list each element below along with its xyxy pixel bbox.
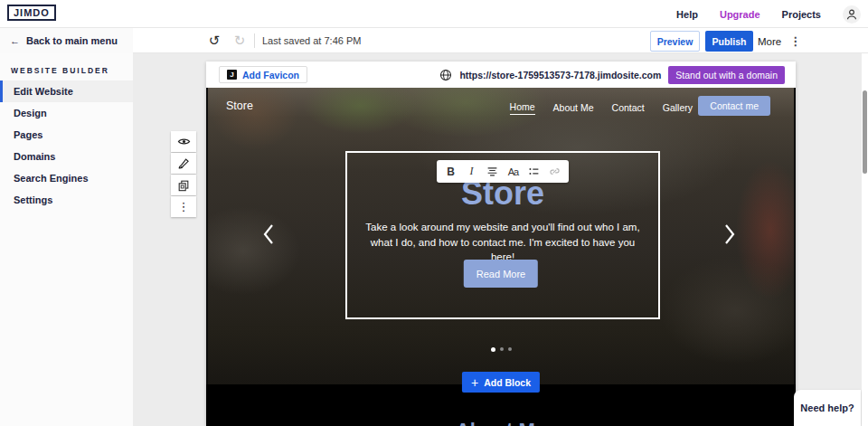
sidebar-item-settings[interactable]: Settings xyxy=(0,189,133,211)
help-link[interactable]: Help xyxy=(676,9,698,20)
favicon-placeholder-icon: J xyxy=(227,70,237,80)
add-favicon-label: Add Favicon xyxy=(242,70,299,80)
plus-icon: + xyxy=(471,376,478,389)
more-label: More xyxy=(758,36,781,47)
preview-button[interactable]: Preview xyxy=(650,31,700,52)
site-nav: Store Home About Me Contact Gallery Cont… xyxy=(208,88,794,128)
site-nav-links: Home About Me Contact Gallery xyxy=(510,88,693,128)
block-tools: ⋮ xyxy=(171,131,196,217)
carousel-dot[interactable] xyxy=(491,347,495,352)
site-canvas: J Add Favicon https://store-1759513573-7… xyxy=(206,62,796,426)
nav-link-home[interactable]: Home xyxy=(510,101,535,115)
sidebar-item-search-engines[interactable]: Search Engines xyxy=(0,167,133,189)
redo-icon: ↻ xyxy=(234,33,246,48)
hero-block: Store Home About Me Contact Gallery Cont… xyxy=(206,88,796,384)
align-center-icon xyxy=(486,166,498,177)
stand-out-domain-button[interactable]: Stand out with a domain xyxy=(668,66,785,84)
list-button[interactable] xyxy=(525,162,543,181)
sidebar-item-pages[interactable]: Pages xyxy=(0,124,133,146)
editor-toolbar-row: ← Back to main menu ↺ ↻ Last saved at 7:… xyxy=(0,28,868,53)
jimdo-editor-screen: JIMDO Help Upgrade Projects ← Back to ma… xyxy=(0,0,868,426)
carousel-prev-button[interactable] xyxy=(262,222,278,247)
duplicate-block-button[interactable] xyxy=(171,175,196,195)
undo-icon: ↺ xyxy=(209,33,221,48)
undo-button[interactable]: ↺ xyxy=(204,31,224,51)
account-avatar[interactable] xyxy=(843,5,861,24)
page-scrollbar xyxy=(862,53,868,426)
style-block-button[interactable] xyxy=(171,153,196,174)
hide-block-button[interactable] xyxy=(171,131,196,152)
globe-icon xyxy=(439,69,452,81)
text-format-toolbar: B I Aa xyxy=(437,160,569,183)
more-button[interactable]: More ⋮ xyxy=(758,31,801,52)
nav-link-gallery[interactable]: Gallery xyxy=(663,102,693,113)
bold-button[interactable]: B xyxy=(442,162,460,181)
chevron-right-icon xyxy=(723,223,740,245)
last-saved-status: Last saved at 7:46 PM xyxy=(262,35,361,46)
projects-link[interactable]: Projects xyxy=(782,9,821,20)
align-button[interactable] xyxy=(484,162,502,181)
sidebar-item-domains[interactable]: Domains xyxy=(0,146,133,167)
carousel-dots xyxy=(208,347,794,352)
nav-link-contact[interactable]: Contact xyxy=(612,102,645,113)
italic-button[interactable]: I xyxy=(463,162,481,181)
site-bar-right: https://store-1759513573-7178.jimdosite.… xyxy=(439,62,785,88)
upgrade-link[interactable]: Upgrade xyxy=(720,9,760,20)
sidebar-item-edit-website[interactable]: Edit Website xyxy=(0,80,133,102)
contact-me-button[interactable]: Contact me xyxy=(698,96,770,116)
builder-sidebar: WEBSITE BUILDER Edit Website Design Page… xyxy=(0,53,133,426)
back-to-main-menu-button[interactable]: ← Back to main menu xyxy=(0,28,133,53)
need-help-button[interactable]: Need help? xyxy=(794,390,861,426)
next-section-title: About Me xyxy=(206,419,796,426)
sidebar-section-label: WEBSITE BUILDER xyxy=(0,53,133,80)
copy-icon xyxy=(177,179,190,192)
font-size-button[interactable]: Aa xyxy=(505,162,523,181)
chevron-left-icon xyxy=(262,223,278,245)
link-icon xyxy=(549,166,561,177)
carousel-next-button[interactable] xyxy=(723,222,740,247)
user-icon xyxy=(845,8,858,21)
sidebar-item-design[interactable]: Design xyxy=(0,102,133,124)
nav-link-about-me[interactable]: About Me xyxy=(553,102,594,113)
toolbar-divider xyxy=(254,33,255,48)
hero-body-text[interactable]: Take a look around my website and you'll… xyxy=(363,220,642,265)
back-label: Back to main menu xyxy=(26,35,118,46)
publish-button[interactable]: Publish xyxy=(705,31,753,52)
site-brand[interactable]: Store xyxy=(226,99,253,112)
list-icon xyxy=(528,166,540,177)
paintbrush-icon xyxy=(177,157,190,170)
site-url-bar: J Add Favicon https://store-1759513573-7… xyxy=(206,62,796,88)
kebab-menu-icon: ⋮ xyxy=(178,200,190,213)
add-block-label: Add Block xyxy=(484,377,531,388)
scrollbar-thumb[interactable] xyxy=(863,90,867,174)
jimdo-logo: JIMDO xyxy=(7,5,56,21)
carousel-dot[interactable] xyxy=(500,347,504,351)
back-arrow-icon: ← xyxy=(10,35,20,46)
kebab-menu-icon: ⋮ xyxy=(789,34,801,48)
site-url[interactable]: https://store-1759513573-7178.jimdosite.… xyxy=(459,70,661,80)
add-favicon-button[interactable]: J Add Favicon xyxy=(219,66,307,83)
link-button[interactable] xyxy=(546,162,564,181)
redo-button[interactable]: ↻ xyxy=(230,31,250,51)
read-more-button[interactable]: Read More xyxy=(464,260,538,288)
header-nav: Help Upgrade Projects xyxy=(676,0,861,28)
carousel-dot[interactable] xyxy=(508,347,512,351)
app-header: JIMDO Help Upgrade Projects xyxy=(0,0,868,28)
eye-icon xyxy=(177,135,191,148)
add-block-button[interactable]: + Add Block xyxy=(462,372,540,393)
block-more-button[interactable]: ⋮ xyxy=(171,196,196,217)
